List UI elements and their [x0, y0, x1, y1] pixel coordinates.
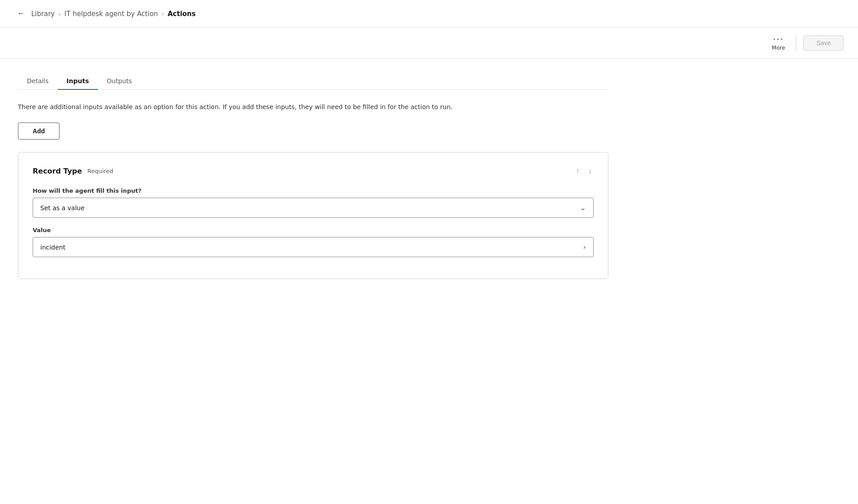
- more-button[interactable]: ··· More: [768, 33, 789, 53]
- chevron-down-icon: ⌄: [580, 203, 586, 212]
- tabs-bar: Details Inputs Outputs: [18, 73, 608, 90]
- move-up-button[interactable]: ↑: [574, 165, 581, 177]
- save-button[interactable]: Save: [803, 35, 844, 51]
- breadcrumb-agent[interactable]: IT helpdesk agent by Action: [64, 10, 158, 18]
- agent-fill-group: How will the agent fill this input? Set …: [33, 187, 594, 218]
- tab-outputs[interactable]: Outputs: [98, 73, 141, 90]
- set-as-value-select[interactable]: Set as a value ⌄: [33, 198, 594, 218]
- info-text: There are additional inputs available as…: [18, 102, 555, 112]
- breadcrumb-sep-2: ›: [161, 10, 164, 17]
- toolbar: ··· More Save: [0, 28, 858, 59]
- breadcrumb-library[interactable]: Library: [31, 10, 55, 18]
- move-down-button[interactable]: ↓: [586, 165, 594, 177]
- tab-inputs[interactable]: Inputs: [58, 73, 98, 90]
- toolbar-divider: [796, 35, 796, 51]
- more-dots-icon: ···: [773, 35, 784, 44]
- record-arrows: ↑ ↓: [574, 165, 594, 177]
- record-type-title: Record Type: [33, 167, 82, 175]
- breadcrumb-bar: ← Library › IT helpdesk agent by Action …: [0, 0, 858, 28]
- value-text: incident: [40, 244, 65, 251]
- breadcrumb-current: Actions: [168, 10, 196, 18]
- value-label: Value: [33, 227, 594, 233]
- record-card: Record Type Required ↑ ↓ How will the ag…: [18, 152, 608, 279]
- value-group: Value incident ›: [33, 227, 594, 257]
- main-content: Details Inputs Outputs There are additio…: [0, 59, 626, 293]
- tab-details[interactable]: Details: [18, 73, 58, 90]
- more-label: More: [772, 45, 785, 51]
- back-button[interactable]: ←: [14, 8, 28, 19]
- record-header: Record Type Required ↑ ↓: [33, 165, 594, 177]
- record-title-group: Record Type Required: [33, 167, 113, 175]
- select-value-text: Set as a value: [40, 204, 85, 212]
- value-input[interactable]: incident ›: [33, 237, 594, 257]
- add-button[interactable]: Add: [18, 123, 59, 140]
- agent-fill-label: How will the agent fill this input?: [33, 187, 594, 194]
- breadcrumb-sep-1: ›: [58, 10, 61, 17]
- record-required-badge: Required: [87, 168, 113, 174]
- value-arrow-icon[interactable]: ›: [583, 243, 586, 251]
